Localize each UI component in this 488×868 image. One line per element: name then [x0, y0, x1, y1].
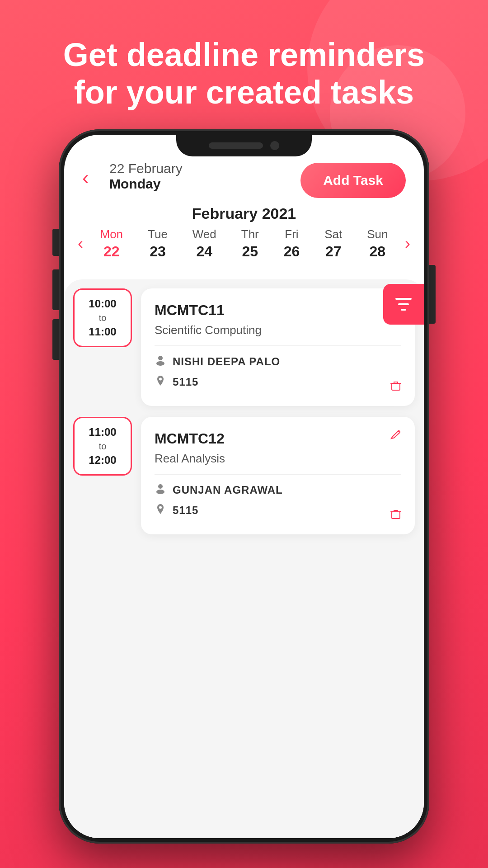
task-subject: Real Analysis	[155, 452, 401, 466]
calendar-next-button[interactable]: ›	[400, 234, 415, 253]
location-icon	[155, 375, 166, 390]
calendar-prev-button[interactable]: ‹	[73, 234, 88, 253]
instructor-name: NISHI DEEPA PALO	[173, 355, 280, 368]
add-task-button[interactable]: Add Task	[300, 163, 406, 198]
task-card-0: MCMTC11 Scientific Computing	[141, 288, 415, 406]
phone-frame: ‹ 22 February Monday Add Task February 2…	[59, 129, 429, 844]
month-label: February 2021	[64, 205, 424, 222]
time-to-label: to	[99, 440, 107, 453]
calendar-day-tue[interactable]: Tue 23	[148, 227, 168, 260]
task-card-1: MCMTC12 Real Analysis	[141, 417, 415, 534]
task-code: MCMTC11	[155, 302, 401, 319]
phone-button-power	[429, 265, 436, 324]
task-subject: Scientific Computing	[155, 323, 401, 337]
time-start: 11:00	[89, 425, 116, 440]
task-room-row: 5115	[155, 375, 401, 390]
svg-point-2	[159, 377, 162, 380]
delete-icon[interactable]	[389, 508, 402, 524]
task-code: MCMTC12	[155, 430, 401, 447]
person-icon	[155, 483, 166, 498]
calendar-day-fri[interactable]: Fri 26	[284, 227, 300, 260]
room-number: 5115	[173, 376, 198, 388]
svg-point-4	[158, 484, 163, 489]
svg-point-5	[156, 490, 164, 494]
calendar-day-thr[interactable]: Thr 25	[241, 227, 259, 260]
task-instructor-row: NISHI DEEPA PALO	[155, 354, 401, 369]
phone-button-mute	[52, 229, 59, 256]
time-to-label: to	[99, 311, 107, 324]
calendar-day-mon[interactable]: Mon 22	[100, 227, 123, 260]
edit-icon[interactable]	[389, 428, 402, 443]
date-day: Monday	[109, 176, 183, 192]
filter-icon	[394, 294, 413, 314]
time-end: 12:00	[89, 453, 116, 468]
divider	[155, 474, 401, 475]
person-icon	[155, 354, 166, 369]
filter-button[interactable]	[383, 284, 424, 325]
back-button[interactable]: ‹	[82, 166, 89, 189]
date-header: 22 February Monday	[109, 161, 183, 192]
task-entry: 10:00 to 11:00 MCMTC11 Scientific Comput…	[73, 288, 415, 406]
instructor-name: GUNJAN AGRAWAL	[173, 484, 283, 496]
calendar-days: Mon 22 Tue 23 Wed 24 Thr 25 Fri 26 Sat 2…	[88, 227, 400, 260]
tasks-area: 10:00 to 11:00 MCMTC11 Scientific Comput…	[64, 279, 424, 838]
svg-point-0	[158, 356, 163, 360]
phone-screen: ‹ 22 February Monday Add Task February 2…	[64, 135, 424, 838]
date-number: 22 February	[109, 161, 183, 176]
front-camera	[270, 141, 279, 150]
calendar-week: ‹ Mon 22 Tue 23 Wed 24 Thr 25 Fri 26 Sat…	[64, 227, 424, 260]
time-box-1: 11:00 to 12:00	[73, 417, 132, 476]
svg-point-6	[159, 506, 162, 509]
calendar-day-sat[interactable]: Sat 27	[324, 227, 342, 260]
calendar-day-wed[interactable]: Wed 24	[192, 227, 216, 260]
task-instructor-row: GUNJAN AGRAWAL	[155, 483, 401, 498]
svg-rect-7	[392, 512, 400, 519]
phone-mockup: ‹ 22 February Monday Add Task February 2…	[59, 129, 429, 853]
svg-rect-3	[392, 383, 400, 390]
app-screen: ‹ 22 February Monday Add Task February 2…	[64, 135, 424, 838]
phone-button-vol-up	[52, 269, 59, 310]
headline-line1: Get deadline reminders	[63, 37, 425, 73]
task-entry: 11:00 to 12:00 MCMTC12 Real Analysis	[73, 417, 415, 534]
time-start: 10:00	[89, 296, 116, 311]
room-number: 5115	[173, 504, 198, 517]
calendar-day-sun[interactable]: Sun 28	[367, 227, 388, 260]
svg-point-1	[156, 361, 164, 366]
divider	[155, 345, 401, 346]
phone-notch	[176, 135, 312, 156]
promo-headline: Get deadline reminders for your created …	[36, 0, 452, 129]
delete-icon[interactable]	[389, 379, 402, 395]
headline-line2: for your created tasks	[74, 74, 414, 110]
speaker-grille	[209, 142, 263, 149]
phone-button-vol-down	[52, 319, 59, 360]
task-room-row: 5115	[155, 503, 401, 518]
time-end: 11:00	[89, 324, 116, 340]
location-icon	[155, 503, 166, 518]
time-box-0: 10:00 to 11:00	[73, 288, 132, 347]
